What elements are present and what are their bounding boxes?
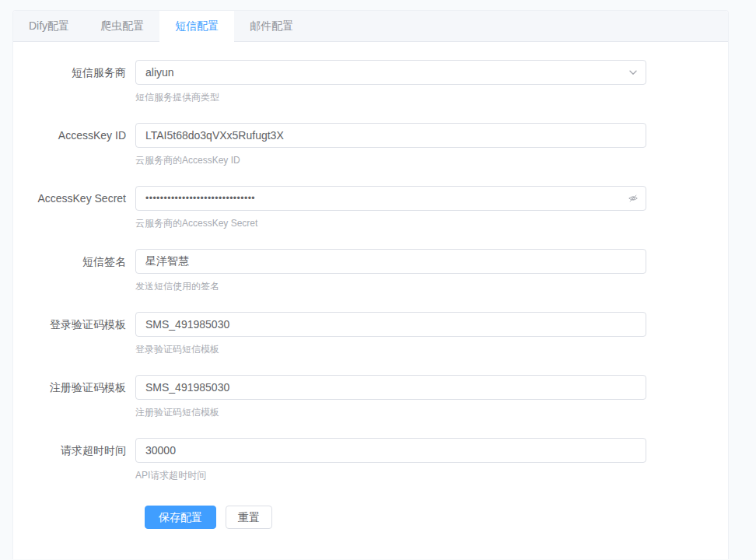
register-code-template-input[interactable] — [135, 375, 646, 400]
sms-provider-select[interactable] — [135, 60, 646, 85]
sms-config-form: 短信服务商 短信服务提供商类型 AccessKey ID 云服务商的Access — [13, 42, 728, 529]
field-login-code-template: 登录验证码模板 登录验证码短信模板 — [13, 312, 728, 356]
field-sms-signature: 短信签名 发送短信使用的签名 — [13, 249, 728, 293]
request-timeout-label: 请求超时时间 — [13, 438, 135, 482]
accesskey-secret-helper: 云服务商的AccessKey Secret — [135, 217, 646, 230]
accesskey-id-label: AccessKey ID — [13, 123, 135, 167]
register-code-template-label: 注册验证码模板 — [13, 375, 135, 419]
eye-off-icon[interactable] — [628, 193, 639, 204]
sms-provider-helper: 短信服务提供商类型 — [135, 91, 646, 104]
accesskey-id-helper: 云服务商的AccessKey ID — [135, 154, 646, 167]
tab-sms-config[interactable]: 短信配置 — [159, 11, 234, 43]
field-request-timeout: 请求超时时间 API请求超时时间 — [13, 438, 728, 482]
save-config-button[interactable]: 保存配置 — [145, 506, 216, 529]
login-code-template-helper: 登录验证码短信模板 — [135, 343, 646, 356]
sms-provider-label: 短信服务商 — [13, 60, 135, 104]
chevron-down-icon — [628, 67, 639, 78]
field-accesskey-id: AccessKey ID 云服务商的AccessKey ID — [13, 123, 728, 167]
sms-signature-input[interactable] — [135, 249, 646, 274]
request-timeout-input[interactable] — [135, 438, 646, 463]
sms-provider-select-value[interactable] — [135, 60, 646, 85]
tab-crawler-config[interactable]: 爬虫配置 — [85, 11, 159, 41]
field-accesskey-secret: AccessKey Secret 云服务商的AccessKey Secret — [13, 186, 728, 230]
form-actions: 保存配置 重置 — [145, 506, 728, 529]
settings-card: Dify配置 爬虫配置 短信配置 邮件配置 短信服务商 短信服务提供商类型 — [12, 10, 729, 559]
accesskey-secret-label: AccessKey Secret — [13, 186, 135, 230]
accesskey-secret-password — [135, 186, 646, 211]
sms-signature-label: 短信签名 — [13, 249, 135, 293]
tab-dify-config[interactable]: Dify配置 — [13, 11, 85, 41]
sms-signature-helper: 发送短信使用的签名 — [135, 280, 646, 293]
accesskey-secret-input[interactable] — [135, 186, 646, 211]
field-sms-provider: 短信服务商 短信服务提供商类型 — [13, 60, 728, 104]
login-code-template-input[interactable] — [135, 312, 646, 337]
request-timeout-helper: API请求超时时间 — [135, 469, 646, 482]
config-tabs: Dify配置 爬虫配置 短信配置 邮件配置 — [13, 11, 728, 42]
login-code-template-label: 登录验证码模板 — [13, 312, 135, 356]
register-code-template-helper: 注册验证码短信模板 — [135, 406, 646, 419]
accesskey-id-input[interactable] — [135, 123, 646, 148]
reset-button[interactable]: 重置 — [226, 506, 272, 529]
field-register-code-template: 注册验证码模板 注册验证码短信模板 — [13, 375, 728, 419]
tab-email-config[interactable]: 邮件配置 — [234, 11, 309, 41]
